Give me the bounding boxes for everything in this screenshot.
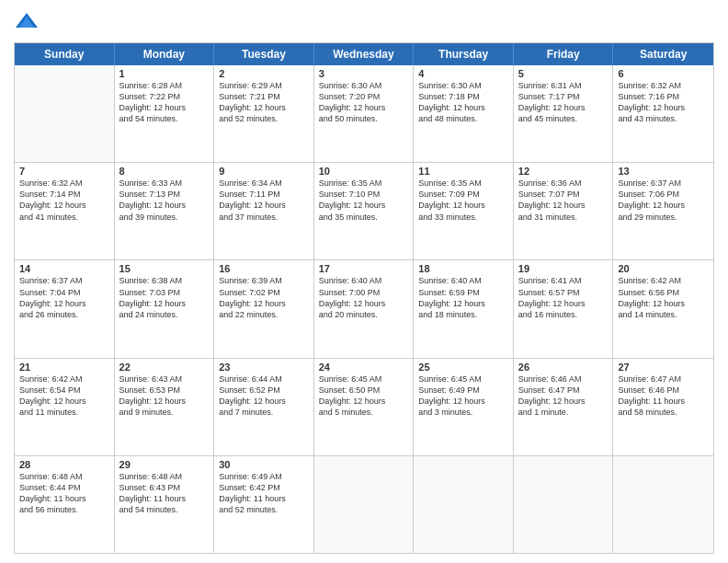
calendar-cell	[613, 456, 713, 553]
day-number: 24	[319, 362, 409, 373]
day-number: 5	[518, 68, 609, 79]
day-info: Sunrise: 6:32 AM Sunset: 7:16 PM Dayligh…	[618, 80, 709, 125]
day-info: Sunrise: 6:32 AM Sunset: 7:14 PM Dayligh…	[19, 178, 109, 223]
calendar-cell: 24Sunrise: 6:45 AM Sunset: 6:50 PM Dayli…	[314, 359, 415, 455]
calendar-cell: 8Sunrise: 6:33 AM Sunset: 7:13 PM Daylig…	[115, 163, 215, 259]
day-number: 20	[618, 263, 709, 274]
day-number: 17	[319, 263, 409, 274]
header	[14, 9, 714, 35]
calendar-cell: 6Sunrise: 6:32 AM Sunset: 7:16 PM Daylig…	[613, 65, 713, 162]
calendar-cell: 30Sunrise: 6:49 AM Sunset: 6:42 PM Dayli…	[214, 456, 314, 553]
calendar-cell: 9Sunrise: 6:34 AM Sunset: 7:11 PM Daylig…	[214, 163, 314, 259]
day-info: Sunrise: 6:45 AM Sunset: 6:49 PM Dayligh…	[418, 373, 508, 419]
logo-icon	[14, 9, 40, 35]
day-info: Sunrise: 6:39 AM Sunset: 7:02 PM Dayligh…	[219, 275, 309, 320]
day-number: 18	[418, 263, 508, 274]
day-info: Sunrise: 6:49 AM Sunset: 6:42 PM Dayligh…	[219, 471, 309, 516]
calendar-cell: 27Sunrise: 6:47 AM Sunset: 6:46 PM Dayli…	[613, 359, 713, 455]
calendar-cell	[514, 456, 614, 553]
calendar-body: 1Sunrise: 6:28 AM Sunset: 7:22 PM Daylig…	[15, 65, 713, 553]
calendar-cell: 2Sunrise: 6:29 AM Sunset: 7:21 PM Daylig…	[214, 65, 314, 162]
day-number: 6	[618, 68, 709, 79]
calendar-cell	[15, 65, 115, 162]
calendar-cell: 16Sunrise: 6:39 AM Sunset: 7:02 PM Dayli…	[214, 260, 314, 357]
day-info: Sunrise: 6:38 AM Sunset: 7:03 PM Dayligh…	[119, 275, 210, 320]
calendar-cell: 26Sunrise: 6:46 AM Sunset: 6:47 PM Dayli…	[514, 359, 614, 455]
header-day-wednesday: Wednesday	[314, 43, 415, 65]
calendar-cell: 28Sunrise: 6:48 AM Sunset: 6:44 PM Dayli…	[15, 456, 115, 553]
day-number: 28	[19, 459, 109, 470]
day-info: Sunrise: 6:41 AM Sunset: 6:57 PM Dayligh…	[518, 275, 609, 320]
day-number: 23	[219, 362, 309, 373]
day-info: Sunrise: 6:34 AM Sunset: 7:11 PM Dayligh…	[219, 178, 309, 223]
day-number: 30	[219, 459, 309, 470]
day-number: 15	[119, 263, 210, 274]
day-info: Sunrise: 6:44 AM Sunset: 6:52 PM Dayligh…	[219, 373, 309, 419]
day-info: Sunrise: 6:37 AM Sunset: 7:04 PM Dayligh…	[19, 275, 109, 320]
day-info: Sunrise: 6:35 AM Sunset: 7:09 PM Dayligh…	[418, 178, 508, 223]
day-info: Sunrise: 6:40 AM Sunset: 6:59 PM Dayligh…	[418, 275, 508, 320]
day-info: Sunrise: 6:45 AM Sunset: 6:50 PM Dayligh…	[319, 373, 409, 419]
calendar-cell	[314, 456, 415, 553]
day-info: Sunrise: 6:47 AM Sunset: 6:46 PM Dayligh…	[618, 373, 709, 419]
calendar-header: SundayMondayTuesdayWednesdayThursdayFrid…	[15, 43, 713, 65]
day-number: 29	[119, 459, 210, 470]
day-info: Sunrise: 6:36 AM Sunset: 7:07 PM Dayligh…	[518, 178, 609, 223]
calendar-cell: 19Sunrise: 6:41 AM Sunset: 6:57 PM Dayli…	[514, 260, 614, 357]
calendar-cell: 25Sunrise: 6:45 AM Sunset: 6:49 PM Dayli…	[414, 359, 514, 455]
calendar-week-3: 21Sunrise: 6:42 AM Sunset: 6:54 PM Dayli…	[15, 359, 713, 456]
calendar-week-4: 28Sunrise: 6:48 AM Sunset: 6:44 PM Dayli…	[15, 456, 713, 553]
calendar-week-2: 14Sunrise: 6:37 AM Sunset: 7:04 PM Dayli…	[15, 260, 713, 358]
header-day-sunday: Sunday	[15, 43, 115, 65]
day-number: 21	[19, 362, 109, 373]
day-info: Sunrise: 6:42 AM Sunset: 6:56 PM Dayligh…	[618, 275, 709, 320]
calendar-cell: 7Sunrise: 6:32 AM Sunset: 7:14 PM Daylig…	[15, 163, 115, 259]
day-number: 13	[618, 166, 709, 177]
calendar-cell: 21Sunrise: 6:42 AM Sunset: 6:54 PM Dayli…	[15, 359, 115, 455]
day-info: Sunrise: 6:35 AM Sunset: 7:10 PM Dayligh…	[319, 178, 409, 223]
calendar-cell: 4Sunrise: 6:30 AM Sunset: 7:18 PM Daylig…	[414, 65, 514, 162]
calendar-cell: 1Sunrise: 6:28 AM Sunset: 7:22 PM Daylig…	[115, 65, 215, 162]
header-day-thursday: Thursday	[414, 43, 514, 65]
day-info: Sunrise: 6:31 AM Sunset: 7:17 PM Dayligh…	[518, 80, 609, 125]
day-info: Sunrise: 6:37 AM Sunset: 7:06 PM Dayligh…	[618, 178, 709, 223]
day-info: Sunrise: 6:48 AM Sunset: 6:44 PM Dayligh…	[19, 471, 109, 516]
calendar-cell: 18Sunrise: 6:40 AM Sunset: 6:59 PM Dayli…	[414, 260, 514, 357]
calendar-week-0: 1Sunrise: 6:28 AM Sunset: 7:22 PM Daylig…	[15, 65, 713, 163]
day-number: 3	[319, 68, 409, 79]
day-number: 10	[319, 166, 409, 177]
day-number: 14	[19, 263, 109, 274]
calendar-cell: 10Sunrise: 6:35 AM Sunset: 7:10 PM Dayli…	[314, 163, 415, 259]
header-day-tuesday: Tuesday	[214, 43, 314, 65]
day-info: Sunrise: 6:40 AM Sunset: 7:00 PM Dayligh…	[319, 275, 409, 320]
calendar-cell: 23Sunrise: 6:44 AM Sunset: 6:52 PM Dayli…	[214, 359, 314, 455]
calendar-cell: 14Sunrise: 6:37 AM Sunset: 7:04 PM Dayli…	[15, 260, 115, 357]
day-number: 25	[418, 362, 508, 373]
page: SundayMondayTuesdayWednesdayThursdayFrid…	[0, 0, 728, 563]
calendar-week-1: 7Sunrise: 6:32 AM Sunset: 7:14 PM Daylig…	[15, 163, 713, 260]
calendar-cell: 29Sunrise: 6:48 AM Sunset: 6:43 PM Dayli…	[115, 456, 215, 553]
calendar-cell: 11Sunrise: 6:35 AM Sunset: 7:09 PM Dayli…	[414, 163, 514, 259]
day-info: Sunrise: 6:48 AM Sunset: 6:43 PM Dayligh…	[119, 471, 210, 516]
calendar-cell: 15Sunrise: 6:38 AM Sunset: 7:03 PM Dayli…	[115, 260, 215, 357]
day-info: Sunrise: 6:28 AM Sunset: 7:22 PM Dayligh…	[119, 80, 210, 125]
day-number: 12	[518, 166, 609, 177]
calendar-cell: 13Sunrise: 6:37 AM Sunset: 7:06 PM Dayli…	[613, 163, 713, 259]
day-number: 19	[518, 263, 609, 274]
day-info: Sunrise: 6:29 AM Sunset: 7:21 PM Dayligh…	[219, 80, 309, 125]
day-info: Sunrise: 6:43 AM Sunset: 6:53 PM Dayligh…	[119, 373, 210, 419]
calendar: SundayMondayTuesdayWednesdayThursdayFrid…	[14, 42, 714, 554]
day-info: Sunrise: 6:42 AM Sunset: 6:54 PM Dayligh…	[19, 373, 109, 419]
logo	[14, 9, 43, 35]
calendar-cell	[414, 456, 514, 553]
calendar-cell: 17Sunrise: 6:40 AM Sunset: 7:00 PM Dayli…	[314, 260, 415, 357]
calendar-cell: 22Sunrise: 6:43 AM Sunset: 6:53 PM Dayli…	[115, 359, 215, 455]
header-day-saturday: Saturday	[613, 43, 713, 65]
day-number: 22	[119, 362, 210, 373]
calendar-cell: 20Sunrise: 6:42 AM Sunset: 6:56 PM Dayli…	[613, 260, 713, 357]
calendar-cell: 12Sunrise: 6:36 AM Sunset: 7:07 PM Dayli…	[514, 163, 614, 259]
day-info: Sunrise: 6:30 AM Sunset: 7:18 PM Dayligh…	[418, 80, 508, 125]
day-info: Sunrise: 6:30 AM Sunset: 7:20 PM Dayligh…	[319, 80, 409, 125]
day-number: 4	[418, 68, 508, 79]
day-number: 11	[418, 166, 508, 177]
